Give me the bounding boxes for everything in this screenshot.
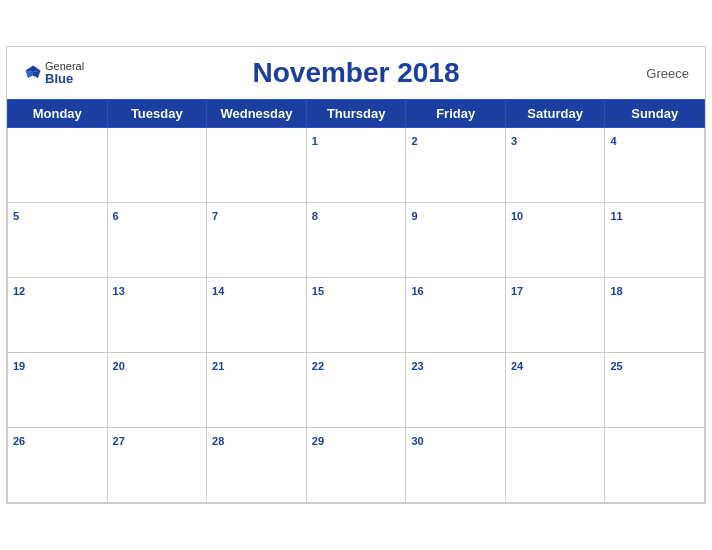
day-number-6: 6 [113,210,119,222]
day-cell-16: 16 [406,278,505,353]
day-number-7: 7 [212,210,218,222]
day-number-12: 12 [13,285,25,297]
day-cell-27: 27 [107,428,207,503]
day-cell-26: 26 [8,428,108,503]
day-cell-9: 9 [406,203,505,278]
day-number-24: 24 [511,360,523,372]
logo-blue-text: Blue [45,72,73,85]
day-number-20: 20 [113,360,125,372]
calendar-table: Monday Tuesday Wednesday Thursday Friday… [7,99,705,503]
day-cell-2: 2 [406,128,505,203]
day-cell-10: 10 [505,203,605,278]
header-friday: Friday [406,100,505,128]
header-sunday: Sunday [605,100,705,128]
day-cell-17: 17 [505,278,605,353]
day-number-15: 15 [312,285,324,297]
day-number-5: 5 [13,210,19,222]
day-number-13: 13 [113,285,125,297]
day-number-25: 25 [610,360,622,372]
day-cell-22: 22 [306,353,406,428]
day-cell-4: 4 [605,128,705,203]
logo: General Blue [23,61,84,85]
calendar-header: General Blue November 2018 Greece [7,47,705,99]
empty-day-cell [107,128,207,203]
calendar-thead: Monday Tuesday Wednesday Thursday Friday… [8,100,705,128]
day-cell-30: 30 [406,428,505,503]
day-cell-23: 23 [406,353,505,428]
day-cell-12: 12 [8,278,108,353]
calendar-body: 1234567891011121314151617181920212223242… [8,128,705,503]
header-tuesday: Tuesday [107,100,207,128]
logo-text-group: General Blue [45,61,84,85]
day-cell-13: 13 [107,278,207,353]
day-number-18: 18 [610,285,622,297]
day-number-27: 27 [113,435,125,447]
day-number-19: 19 [13,360,25,372]
day-cell-20: 20 [107,353,207,428]
month-year-title: November 2018 [252,57,459,89]
day-cell-3: 3 [505,128,605,203]
day-number-1: 1 [312,135,318,147]
day-cell-1: 1 [306,128,406,203]
empty-day-cell [605,428,705,503]
day-number-16: 16 [411,285,423,297]
day-cell-18: 18 [605,278,705,353]
day-number-10: 10 [511,210,523,222]
day-number-22: 22 [312,360,324,372]
calendar-week-row: 1234 [8,128,705,203]
day-cell-8: 8 [306,203,406,278]
header-saturday: Saturday [505,100,605,128]
day-cell-29: 29 [306,428,406,503]
day-number-2: 2 [411,135,417,147]
day-number-21: 21 [212,360,224,372]
day-cell-28: 28 [207,428,307,503]
day-number-26: 26 [13,435,25,447]
day-cell-15: 15 [306,278,406,353]
day-number-29: 29 [312,435,324,447]
empty-day-cell [8,128,108,203]
day-cell-21: 21 [207,353,307,428]
empty-day-cell [505,428,605,503]
day-number-4: 4 [610,135,616,147]
day-number-11: 11 [610,210,622,222]
weekday-header-row: Monday Tuesday Wednesday Thursday Friday… [8,100,705,128]
day-cell-14: 14 [207,278,307,353]
day-number-9: 9 [411,210,417,222]
day-number-3: 3 [511,135,517,147]
logo-icon: General Blue [23,61,84,85]
header-thursday: Thursday [306,100,406,128]
day-cell-19: 19 [8,353,108,428]
header-monday: Monday [8,100,108,128]
calendar-week-row: 567891011 [8,203,705,278]
calendar-week-row: 12131415161718 [8,278,705,353]
day-number-23: 23 [411,360,423,372]
day-number-28: 28 [212,435,224,447]
header-wednesday: Wednesday [207,100,307,128]
logo-bird-svg [23,63,43,83]
day-number-30: 30 [411,435,423,447]
day-cell-25: 25 [605,353,705,428]
country-label: Greece [646,66,689,81]
day-cell-24: 24 [505,353,605,428]
day-cell-5: 5 [8,203,108,278]
day-cell-11: 11 [605,203,705,278]
day-number-8: 8 [312,210,318,222]
empty-day-cell [207,128,307,203]
calendar-week-row: 2627282930 [8,428,705,503]
day-number-17: 17 [511,285,523,297]
day-number-14: 14 [212,285,224,297]
day-cell-7: 7 [207,203,307,278]
day-cell-6: 6 [107,203,207,278]
calendar-week-row: 19202122232425 [8,353,705,428]
calendar-container: General Blue November 2018 Greece Monday… [6,46,706,504]
